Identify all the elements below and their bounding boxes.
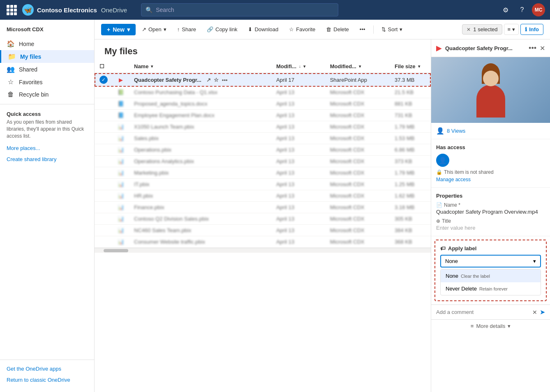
row-checkbox[interactable] bbox=[95, 167, 113, 179]
th-modified-by[interactable]: Modified... ▾ bbox=[325, 60, 390, 73]
th-name[interactable]: Name ▾ bbox=[129, 60, 271, 73]
comment-clear-button[interactable]: ✕ bbox=[532, 309, 537, 316]
horizontal-scrollbar[interactable] bbox=[95, 248, 431, 253]
file-name[interactable]: X1050 Launch Team.pbix bbox=[129, 121, 271, 133]
sidebar-item-favorites[interactable]: ☆ Favorites bbox=[0, 76, 94, 88]
file-name[interactable]: Marketing.pbix bbox=[129, 167, 271, 179]
view-button[interactable]: ≡ ▾ bbox=[504, 24, 519, 35]
table-row[interactable]: 📗 Contoso Purchasing Data - Q1.xlsx Apri… bbox=[95, 87, 431, 98]
open-file-icon[interactable]: ↗ bbox=[206, 77, 211, 83]
new-button[interactable]: + New ▾ bbox=[101, 24, 136, 35]
table-row[interactable]: 📊 Contoso Q2 Division Sales.pbix April 1… bbox=[95, 213, 431, 225]
copy-link-button[interactable]: 🔗 Copy link bbox=[202, 24, 242, 35]
scroll-thumb[interactable] bbox=[104, 249, 128, 252]
file-name[interactable]: Employee Engagement Plan.docx bbox=[129, 110, 271, 121]
share-button[interactable]: ↑ Share bbox=[173, 24, 201, 35]
detail-more-button[interactable]: ••• bbox=[529, 44, 536, 53]
sidebar-item-home[interactable]: 🏠 Home bbox=[0, 37, 94, 50]
label-dropdown[interactable]: None ▾ bbox=[440, 255, 541, 267]
recycle-icon: 🗑 bbox=[7, 91, 15, 98]
sidebar-item-my-files[interactable]: 📁 My files bbox=[0, 50, 94, 63]
row-checkbox[interactable] bbox=[95, 236, 113, 248]
favorite-row-icon[interactable]: ☆ bbox=[214, 77, 219, 83]
file-name[interactable]: Contoso Q2 Division Sales.pbix bbox=[129, 213, 271, 225]
label-option-none[interactable]: None Clear the label bbox=[441, 270, 541, 282]
return-classic-link[interactable]: Return to classic OneDrive bbox=[0, 374, 94, 385]
label-option-never-delete[interactable]: Never Delete Retain forever bbox=[441, 282, 541, 295]
help-button[interactable]: ? bbox=[515, 3, 529, 16]
table-row[interactable]: 📊 IT.pbix April 13 Microsoft CDX 1.25 MB bbox=[95, 179, 431, 190]
th-modified[interactable]: Modifi... ↓ ▾ bbox=[271, 60, 325, 73]
file-name[interactable]: IT.pbix bbox=[129, 179, 271, 190]
table-row[interactable]: 📘 Proposed_agenda_topics.docx April 13 M… bbox=[95, 98, 431, 110]
table-row[interactable]: 📊 Operations.pbix April 13 Microsoft CDX… bbox=[95, 144, 431, 156]
create-shared-library-link[interactable]: Create shared library bbox=[0, 154, 94, 165]
row-checkbox[interactable] bbox=[95, 202, 113, 213]
table-row[interactable]: 📊 Sales.pbix April 13 Microsoft CDX 1.53… bbox=[95, 133, 431, 144]
row-more-icon[interactable]: ••• bbox=[222, 77, 228, 83]
clear-selection-button[interactable]: ✕ bbox=[467, 27, 471, 32]
sort-button[interactable]: ⇅ Sort ▾ bbox=[377, 24, 407, 35]
download-button[interactable]: ⬇ Download bbox=[243, 24, 283, 35]
info-button[interactable]: ℹ Info bbox=[520, 24, 543, 35]
sidebar-item-shared[interactable]: 👥 Shared bbox=[0, 63, 94, 76]
more-details-button[interactable]: ≡ More details ▾ bbox=[431, 319, 550, 332]
file-table-header: ☐ Name ▾ Modifi... bbox=[95, 60, 431, 73]
file-name[interactable]: Quadcopter Safety Progr... ↗ ☆ ••• bbox=[129, 73, 271, 87]
manage-access-link[interactable]: Manage access bbox=[436, 177, 545, 182]
table-row[interactable]: 📊 NC460 Sales Team.pbix April 13 Microso… bbox=[95, 225, 431, 236]
table-row[interactable]: 📊 Operations Analytics.pbix April 13 Mic… bbox=[95, 156, 431, 167]
more-places-link[interactable]: More places... bbox=[0, 143, 94, 154]
row-checkbox[interactable] bbox=[95, 225, 113, 236]
th-check[interactable]: ☐ bbox=[95, 60, 113, 73]
comment-send-button[interactable]: ➤ bbox=[540, 308, 545, 316]
search-box[interactable]: 🔍 bbox=[141, 3, 338, 16]
row-checkbox[interactable] bbox=[95, 121, 113, 133]
delete-button[interactable]: 🗑 Delete bbox=[321, 24, 354, 35]
more-button[interactable]: ••• bbox=[355, 24, 370, 35]
table-row[interactable]: ✓ ▶ Quadcopter Safety Progr... ↗ ☆ ••• A… bbox=[95, 73, 431, 87]
avatar[interactable]: MC bbox=[532, 3, 545, 16]
table-row[interactable]: 📊 HR.pbix April 13 Microsoft CDX 1.62 MB bbox=[95, 190, 431, 202]
row-checkbox[interactable] bbox=[95, 190, 113, 202]
row-checkbox[interactable] bbox=[95, 144, 113, 156]
favorite-button[interactable]: ☆ Favorite bbox=[284, 24, 320, 35]
get-apps-link[interactable]: Get the OneDrive apps bbox=[0, 363, 94, 374]
file-name[interactable]: NC460 Sales Team.pbix bbox=[129, 225, 271, 236]
file-name[interactable]: Finance.pbix bbox=[129, 202, 271, 213]
waffle-menu[interactable] bbox=[5, 3, 18, 16]
table-row[interactable]: 📊 Finance.pbix April 13 Microsoft CDX 3.… bbox=[95, 202, 431, 213]
search-input[interactable] bbox=[156, 7, 334, 13]
file-name[interactable]: Sales.pbix bbox=[129, 133, 271, 144]
row-checkbox[interactable] bbox=[95, 98, 113, 110]
row-checkbox[interactable] bbox=[95, 156, 113, 167]
detail-close-button[interactable]: ✕ bbox=[540, 44, 545, 52]
file-name[interactable]: Proposed_agenda_topics.docx bbox=[129, 98, 271, 110]
row-checkbox[interactable] bbox=[95, 213, 113, 225]
table-row[interactable]: 📘 Employee Engagement Plan.docx April 13… bbox=[95, 110, 431, 121]
selected-indicator[interactable]: ✕ 1 selected bbox=[462, 24, 502, 35]
file-name[interactable]: Operations.pbix bbox=[129, 144, 271, 156]
row-checkbox[interactable] bbox=[95, 87, 113, 98]
table-row[interactable]: 📊 Consumer Website traffic.pbix April 13… bbox=[95, 236, 431, 248]
main-layout: Microsoft CDX 🏠 Home 📁 My files 👥 Shared… bbox=[0, 20, 550, 392]
row-checkbox[interactable] bbox=[95, 179, 113, 190]
file-name[interactable]: Contoso Purchasing Data - Q1.xlsx bbox=[129, 87, 271, 98]
row-checkbox[interactable]: ✓ bbox=[95, 73, 113, 87]
file-name[interactable]: Consumer Website traffic.pbix bbox=[129, 236, 271, 248]
row-checkbox[interactable] bbox=[95, 133, 113, 144]
detail-views[interactable]: 👤 8 Views bbox=[431, 123, 550, 139]
th-file-size[interactable]: File size ▾ bbox=[390, 60, 431, 73]
row-checkbox[interactable] bbox=[95, 110, 113, 121]
settings-button[interactable]: ⚙ bbox=[499, 3, 512, 16]
file-name[interactable]: Operations Analytics.pbix bbox=[129, 156, 271, 167]
comment-input[interactable] bbox=[436, 309, 530, 315]
title-placeholder[interactable]: Enter value here bbox=[436, 225, 545, 231]
file-size: 21.5 KB bbox=[390, 87, 431, 98]
table-row[interactable]: 📊 Marketing.pbix April 13 Microsoft CDX … bbox=[95, 167, 431, 179]
file-name[interactable]: HR.pbix bbox=[129, 190, 271, 202]
table-row[interactable]: 📊 X1050 Launch Team.pbix April 13 Micros… bbox=[95, 121, 431, 133]
open-button[interactable]: ↗ Open ▾ bbox=[137, 24, 171, 35]
sidebar-item-recycle-bin[interactable]: 🗑 Recycle bin bbox=[0, 88, 94, 101]
file-size: 1.25 MB bbox=[390, 179, 431, 190]
